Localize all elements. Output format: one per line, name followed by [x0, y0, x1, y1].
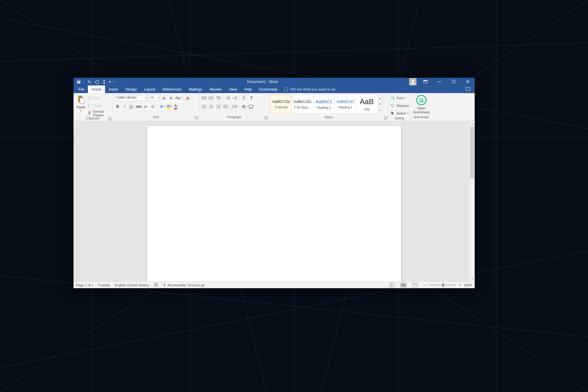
view-web-button[interactable] [412, 283, 418, 288]
view-read-button[interactable] [388, 283, 395, 288]
view-print-button[interactable] [400, 283, 407, 288]
font-launcher[interactable] [195, 116, 198, 119]
shading-button[interactable]: ▾ [241, 104, 247, 110]
align-right-button[interactable] [215, 104, 221, 110]
paragraph-launcher[interactable] [265, 116, 268, 119]
svg-rect-17 [424, 80, 427, 81]
tab-design[interactable]: Design [122, 85, 140, 93]
zoom-out-button[interactable]: − [423, 283, 427, 287]
style-no-spacing[interactable]: AaBbCcDc¶ No Spac... [292, 95, 313, 114]
borders-button[interactable]: ▾ [248, 104, 254, 110]
group-font: Calibri (Body)▾ 11▾ A▴ A▾ Aa▾ B I U▾ abc… [113, 93, 199, 121]
document-page[interactable] [147, 126, 401, 281]
redo-icon[interactable] [94, 79, 100, 85]
line-spacing-button[interactable]: ▾ [232, 104, 238, 110]
replace-button[interactable]: abacReplace [390, 102, 409, 109]
style-normal[interactable]: AaBbCcDc¶ Normal [270, 95, 292, 114]
bullets-button[interactable]: ▾ [201, 95, 207, 101]
tab-insert[interactable]: Insert [105, 85, 122, 93]
style-title[interactable]: AaBTitle [356, 95, 378, 114]
vertical-scrollbar[interactable]: ▴ ▾ [469, 121, 475, 281]
underline-button[interactable]: U▾ [129, 104, 135, 110]
text-effects-button[interactable]: A▾ [159, 104, 165, 110]
styles-launcher[interactable] [384, 116, 387, 119]
maximize-button[interactable] [447, 78, 461, 85]
status-macro-icon[interactable] [154, 283, 158, 287]
cut-button[interactable]: Cut [88, 95, 111, 101]
inc-indent-button[interactable] [232, 95, 238, 101]
subscript-button[interactable]: x2 [143, 104, 149, 110]
undo-icon[interactable] [87, 79, 92, 85]
tell-me-label: Tell me what you want to do [290, 87, 335, 92]
superscript-button[interactable]: x2 [150, 104, 156, 110]
select-icon [390, 111, 395, 116]
qat-more-icon[interactable]: ▾ [109, 79, 111, 85]
find-button[interactable]: Find ▾ [390, 95, 409, 101]
copy-button[interactable]: Copy [88, 102, 111, 109]
show-marks-button[interactable]: ¶ [248, 95, 254, 101]
tab-mailings[interactable]: Mailings [185, 85, 206, 93]
group-editing: Find ▾ abacReplace Select ▾ Editing [389, 93, 411, 121]
align-left-button[interactable] [201, 104, 207, 110]
format-painter-button[interactable]: Format Painter [88, 110, 111, 117]
status-page[interactable]: Page 1 of 1 [76, 283, 93, 287]
tab-grammarly[interactable]: Grammarly [255, 85, 281, 93]
svg-rect-78 [413, 284, 417, 287]
close-button[interactable] [461, 78, 475, 85]
grow-font-button[interactable]: A▴ [161, 95, 167, 101]
status-words[interactable]: 0 words [98, 283, 110, 287]
zoom-value[interactable]: 100% [464, 283, 472, 287]
style-heading-2[interactable]: AaBbCcDHeading 2 [335, 95, 356, 114]
multilevel-button[interactable]: ▾ [215, 95, 221, 101]
font-size-select[interactable]: 11▾ [149, 95, 160, 101]
zoom-slider[interactable] [429, 285, 456, 286]
justify-button[interactable] [222, 104, 228, 110]
scroll-thumb[interactable] [470, 126, 474, 179]
status-language[interactable]: English (United States) [115, 283, 149, 287]
open-grammarly-button[interactable]: Open Grammarly [413, 94, 430, 114]
save-icon[interactable] [76, 79, 81, 85]
minimize-button[interactable] [432, 78, 447, 85]
zoom-in-button[interactable]: + [458, 283, 462, 287]
style-gallery-more[interactable]: ▴▾＝ [378, 95, 383, 114]
bold-button[interactable]: B [115, 104, 121, 110]
feedback-icon[interactable] [465, 86, 471, 92]
tab-help[interactable]: Help [240, 85, 255, 93]
scroll-up-button[interactable]: ▴ [469, 121, 475, 126]
highlight-button[interactable]: ab▾ [166, 104, 172, 110]
strike-button[interactable]: abc [136, 104, 142, 110]
grammarly-icon [416, 95, 427, 105]
copy-icon [88, 103, 92, 108]
tab-view[interactable]: View [225, 85, 241, 93]
select-button[interactable]: Select ▾ [390, 110, 409, 117]
clear-format-button[interactable] [185, 95, 191, 101]
dec-indent-button[interactable] [225, 95, 231, 101]
svg-rect-21 [79, 96, 81, 97]
svg-rect-72 [390, 284, 391, 287]
style-heading-1[interactable]: AaBbCcHeading 1 [313, 95, 335, 114]
qat-customize-icon[interactable]: ‒ [113, 79, 115, 85]
numbering-button[interactable]: 123▾ [208, 95, 214, 101]
tell-me-search[interactable]: Tell me what you want to do [284, 87, 335, 92]
tab-layout[interactable]: Layout [141, 85, 159, 93]
tab-home[interactable]: Home [88, 85, 105, 93]
font-color-button[interactable]: A▾ [173, 104, 179, 110]
scroll-down-button[interactable]: ▾ [469, 276, 475, 281]
clipboard-launcher[interactable] [108, 117, 111, 120]
font-name-select[interactable]: Calibri (Body)▾ [115, 95, 148, 101]
paste-button[interactable]: Paste ▾ [75, 94, 86, 112]
align-center-button[interactable] [208, 104, 214, 110]
italic-button[interactable]: I [122, 104, 128, 110]
svg-point-15 [412, 80, 414, 82]
tab-file[interactable]: File [75, 85, 88, 93]
tab-references[interactable]: References [159, 85, 185, 93]
ribbon-display-icon[interactable] [418, 78, 432, 85]
status-accessibility[interactable]: Accessibility: Good to go [163, 283, 204, 287]
svg-point-70 [155, 284, 156, 285]
touch-mode-icon[interactable] [101, 79, 107, 85]
change-case-button[interactable]: Aa▾ [175, 95, 181, 101]
tab-review[interactable]: Review [206, 85, 225, 93]
account-icon[interactable] [409, 78, 417, 85]
shrink-font-button[interactable]: A▾ [168, 95, 174, 101]
sort-button[interactable]: AZ↓ [241, 95, 247, 101]
